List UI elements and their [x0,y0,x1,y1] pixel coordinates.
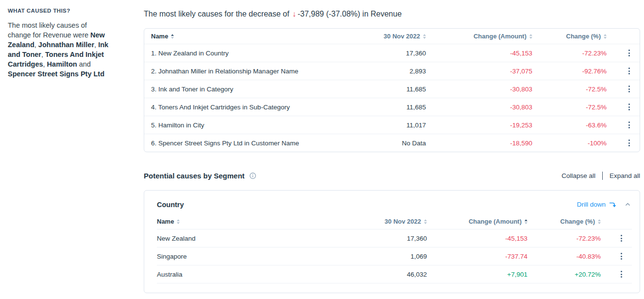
column-header-change-amount[interactable]: Change (Amount) [439,33,541,40]
row-value: 11,017 [327,122,439,129]
row-value: 46,032 [319,271,431,278]
column-header-name[interactable]: Name [157,218,319,225]
sort-asc-icon [171,34,174,39]
what-caused-this-sidebar: WHAT CAUSED THIS? The most likely causes… [8,8,109,79]
column-header-date[interactable]: 30 Nov 2022 [319,218,431,225]
row-name: 2. Johnathan Miller in Relationship Mana… [144,68,327,75]
table-row: 1. New Zealand in Country 17,360 -45,153… [144,44,640,62]
kebab-menu-icon[interactable] [625,119,633,131]
row-name: 1. New Zealand in Country [144,50,327,57]
column-header-change-pct[interactable]: Change (%) [533,218,610,225]
kebab-menu-icon[interactable] [625,83,633,95]
segment-section-title: Potential causes by Segment [144,171,257,180]
row-value: No Data [327,140,439,147]
kebab-menu-icon[interactable] [625,101,633,113]
row-name: 5. Hamilton in City [144,122,327,129]
segment-section-actions: Collapse all Expand all [561,172,640,180]
sort-icon [177,219,180,224]
summary-intro: The most likely causes of change for Rev… [8,21,90,39]
kebab-menu-icon[interactable] [617,232,626,244]
row-name: 6. Spencer Street Signs Pty Ltd in Custo… [144,140,327,147]
row-change-pct: +20.72% [533,271,610,278]
country-table-header: Name 30 Nov 2022 Change (Amount) Change … [157,214,632,229]
row-change-amount: -737.74 [431,253,533,260]
table-row: 6. Spencer Street Signs Pty Ltd in Custo… [144,134,640,152]
kebab-menu-icon[interactable] [617,268,626,280]
drill-down-link[interactable]: Drill down [577,201,616,209]
table-row: 2. Johnathan Miller in Relationship Mana… [144,62,640,80]
cause-name: Hamilton [47,60,77,68]
row-change-pct: -72.23% [533,235,610,242]
page-title: The most likely causes for the decrease … [144,9,640,19]
row-name: 4. Toners And Inkjet Cartridges in Sub-C… [144,104,327,111]
row-change-amount: -30,803 [439,104,541,111]
row-name: New Zealand [157,235,319,242]
causes-table: Name 30 Nov 2022 Change (Amount) Change … [144,28,640,152]
chevron-up-icon [625,201,631,208]
row-value: 11,685 [327,104,439,111]
info-icon[interactable] [248,171,257,180]
row-name: Singapore [157,253,319,260]
row-change-amount: -45,153 [431,235,533,242]
row-change-pct: -72.5% [541,104,618,111]
row-change-pct: -72.23% [541,50,618,57]
collapse-panel-button[interactable] [624,200,632,209]
sort-icon [424,219,427,224]
sort-icon [604,34,607,39]
divider [602,172,603,180]
row-change-pct: -63.6% [541,122,618,129]
sort-icon [423,34,426,39]
country-table: Name 30 Nov 2022 Change (Amount) Change … [157,214,632,283]
column-header-date[interactable]: 30 Nov 2022 [327,33,439,40]
kebab-menu-icon[interactable] [625,65,633,77]
row-value: 1,069 [319,253,431,260]
sort-icon [529,34,532,39]
row-value: 11,685 [327,86,439,93]
row-change-pct: -40.83% [533,253,610,260]
row-change-amount: -19,253 [439,122,541,129]
column-header-change-amount[interactable]: Change (Amount) [431,218,533,225]
kebab-menu-icon[interactable] [617,250,626,262]
row-change-amount: -18,590 [439,140,541,147]
country-panel-actions: Drill down [577,200,632,209]
main-content: The most likely causes for the decrease … [144,9,640,293]
table-row: New Zealand 17,360 -45,153 -72.23% [157,229,632,247]
cause-name: Johnathan Miller [38,41,94,49]
table-row: Australia 46,032 +7,901 +20.72% [157,265,632,283]
sidebar-heading: WHAT CAUSED THIS? [8,8,109,14]
segment-section-header: Potential causes by Segment Collapse all… [144,170,640,181]
row-change-amount: +7,901 [431,271,533,278]
row-change-amount: -37,075 [439,68,541,75]
collapse-all-button[interactable]: Collapse all [561,172,595,179]
kebab-menu-icon[interactable] [625,47,633,59]
sidebar-summary: The most likely causes of change for Rev… [8,20,109,79]
row-name: Australia [157,271,319,278]
row-change-amount: -30,803 [439,86,541,93]
drill-down-icon [609,201,616,209]
decrease-arrow-icon: ↓ [292,10,296,18]
kebab-menu-icon[interactable] [625,137,633,149]
table-row: 5. Hamilton in City 11,017 -19,253 -63.6… [144,116,640,134]
expand-all-button[interactable]: Expand all [610,172,640,179]
column-header-name[interactable]: Name [144,33,327,40]
table-row: Singapore 1,069 -737.74 -40.83% [157,247,632,265]
row-change-pct: -92.76% [541,68,618,75]
sort-icon [598,219,601,224]
column-header-change-pct[interactable]: Change (%) [541,33,618,40]
country-panel-header: Country Drill down [144,191,640,209]
country-segment-panel: Country Drill down N [144,190,640,293]
row-value: 17,360 [327,50,439,57]
row-change-pct: -100% [541,140,618,147]
row-change-amount: -45,153 [439,50,541,57]
table-row: 3. Ink and Toner in Category 11,685 -30,… [144,80,640,98]
sort-asc-icon [525,219,527,224]
causes-table-header: Name 30 Nov 2022 Change (Amount) Change … [144,29,640,44]
row-value: 2,893 [327,68,439,75]
row-change-pct: -72.5% [541,86,618,93]
row-name: 3. Ink and Toner in Category [144,86,327,93]
cause-name: Spencer Street Signs Pty Ltd [8,70,104,78]
row-value: 17,360 [319,235,431,242]
country-panel-title: Country [157,201,184,209]
table-row: 4. Toners And Inkjet Cartridges in Sub-C… [144,98,640,116]
